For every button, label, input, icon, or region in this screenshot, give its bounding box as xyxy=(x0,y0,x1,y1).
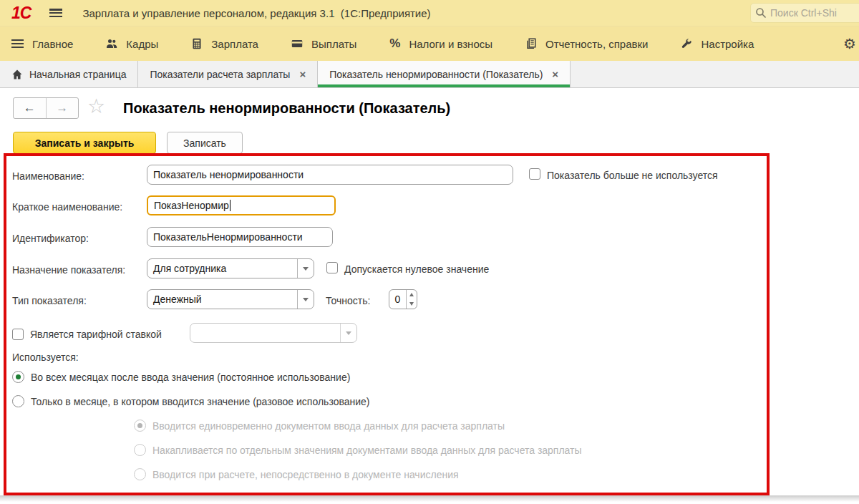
menu-item-kadry[interactable]: Кадры xyxy=(106,38,158,50)
step-up-icon[interactable] xyxy=(407,290,417,299)
entry-radio-accumulated xyxy=(134,444,146,456)
percent-icon: % xyxy=(389,37,400,51)
name-label: Наименование: xyxy=(12,170,84,182)
chevron-down-icon[interactable] xyxy=(297,259,314,278)
identifier-input[interactable] xyxy=(147,227,333,247)
history-nav: ← → xyxy=(13,97,79,119)
name-input[interactable] xyxy=(147,165,513,185)
menu-item-nastroyka[interactable]: Настройка xyxy=(681,38,754,50)
card-icon xyxy=(291,38,303,49)
usage-radio-permanent-label: Во всех месяцах после ввода значения (по… xyxy=(31,372,350,383)
purpose-value: Для сотрудника xyxy=(147,263,297,274)
tab-bar: Начальная страница Показатели расчета за… xyxy=(0,61,859,88)
tab-home[interactable]: Начальная страница xyxy=(0,61,138,87)
tariff-rate-checkbox[interactable] xyxy=(12,329,24,340)
menu-item-label: Главное xyxy=(32,38,73,50)
purpose-label: Назначение показателя: xyxy=(12,264,125,276)
chevron-down-icon xyxy=(340,324,356,342)
tariff-rate-select xyxy=(190,323,357,343)
precision-stepper[interactable]: 0 xyxy=(389,289,417,309)
favorite-star-icon[interactable]: ☆ xyxy=(87,94,105,118)
forward-button[interactable]: → xyxy=(47,98,79,118)
calculator-icon xyxy=(191,38,203,49)
menu-item-label: Настройка xyxy=(701,38,754,50)
type-label: Тип показателя: xyxy=(12,295,87,306)
close-icon[interactable]: × xyxy=(552,68,558,80)
menu-item-label: Налоги и взносы xyxy=(409,38,492,50)
short-name-value: ПоказНенормир xyxy=(154,200,229,211)
menu-item-vyplaty[interactable]: Выплаты xyxy=(291,38,356,50)
app-window: 1С Зарплата и управление персоналом, ред… xyxy=(0,0,859,504)
people-icon xyxy=(106,38,117,49)
tab-pokazatel-nenormirovannosti[interactable]: Показатель ненормированности (Показатель… xyxy=(318,61,571,87)
1c-logo-icon: 1С xyxy=(11,5,31,21)
menu-item-label: Зарплата xyxy=(211,38,258,50)
step-down-icon[interactable] xyxy=(407,299,417,309)
usage-radio-permanent[interactable] xyxy=(12,371,24,383)
precision-label: Точность: xyxy=(326,295,370,306)
entry-radio-at-calculation xyxy=(134,468,146,480)
chevron-down-icon[interactable] xyxy=(297,290,314,309)
documents-icon xyxy=(525,38,537,49)
title-bar: 1С Зарплата и управление персоналом, ред… xyxy=(0,0,859,26)
home-icon xyxy=(11,69,23,80)
text-cursor xyxy=(230,200,230,211)
short-name-label: Краткое наименование: xyxy=(12,201,122,213)
page-title: Показатель ненормированности (Показатель… xyxy=(123,97,450,119)
menu-item-otchetnost[interactable]: Отчетность, справки xyxy=(525,38,648,50)
usage-radio-onetime[interactable] xyxy=(12,395,24,407)
zero-allowed-checkbox-label: Допускается нулевое значение xyxy=(344,263,489,275)
purpose-select[interactable]: Для сотрудника xyxy=(147,258,314,278)
stepper-arrows xyxy=(406,290,417,309)
identifier-label: Идентификатор: xyxy=(12,233,89,244)
menu-item-label: Отчетность, справки xyxy=(545,38,648,50)
tab-label: Начальная страница xyxy=(29,69,126,80)
short-name-input[interactable]: ПоказНенормир xyxy=(147,195,336,215)
not-used-checkbox-label: Показатель больше не используется xyxy=(547,170,718,181)
wrench-icon xyxy=(681,38,692,49)
entry-radio-single-document xyxy=(134,420,146,432)
menu-item-glavnoe[interactable]: Главное xyxy=(11,38,73,50)
close-icon[interactable]: × xyxy=(299,68,306,80)
menu-item-nalogi[interactable]: % Налоги и взносы xyxy=(389,37,492,51)
type-value: Денежный xyxy=(147,294,297,305)
usage-radio-onetime-label: Только в месяце, в котором вводится знач… xyxy=(31,396,370,407)
gear-icon[interactable]: ⚙ xyxy=(843,37,856,51)
app-title: Зарплата и управление персоналом, редакц… xyxy=(82,7,430,19)
menu-item-zarplata[interactable]: Зарплата xyxy=(191,38,258,50)
back-button[interactable]: ← xyxy=(14,98,47,118)
usage-group-label: Используется: xyxy=(12,352,79,363)
tab-label: Показатели расчета зарплаты xyxy=(150,69,290,80)
search-input[interactable] xyxy=(770,7,856,19)
global-search[interactable] xyxy=(750,3,859,23)
menu-item-label: Кадры xyxy=(126,38,158,50)
form-bottom-shadow xyxy=(0,495,859,502)
save-button[interactable]: Записать xyxy=(167,132,243,154)
active-tab-indicator xyxy=(318,84,570,87)
zero-allowed-checkbox[interactable] xyxy=(326,262,338,273)
type-select[interactable]: Денежный xyxy=(147,289,314,309)
precision-value: 0 xyxy=(389,290,406,309)
save-and-close-button[interactable]: Записать и закрыть xyxy=(13,132,156,154)
tab-label: Показатель ненормированности (Показатель… xyxy=(329,69,543,80)
menu-item-label: Выплаты xyxy=(311,38,356,50)
entry-radio-at-calculation-label: Вводится при расчете, непосредственно в … xyxy=(152,469,459,480)
not-used-checkbox[interactable] xyxy=(529,168,540,180)
section-menu-bar: Главное Кадры Зарплата xyxy=(0,26,859,61)
tab-pokazateli-rascheta[interactable]: Показатели расчета зарплаты × xyxy=(138,61,318,87)
highlight-rectangle: Наименование: Показатель больше не испол… xyxy=(4,153,770,495)
menu-lines-icon xyxy=(11,39,24,49)
search-icon xyxy=(755,7,767,19)
entry-radio-single-document-label: Вводится единовременно документом ввода … xyxy=(152,420,505,432)
entry-radio-accumulated-label: Накапливается по отдельным значениям док… xyxy=(152,445,582,456)
tariff-rate-checkbox-label: Является тарифной ставкой xyxy=(30,329,162,340)
main-menu-icon[interactable] xyxy=(49,9,62,18)
